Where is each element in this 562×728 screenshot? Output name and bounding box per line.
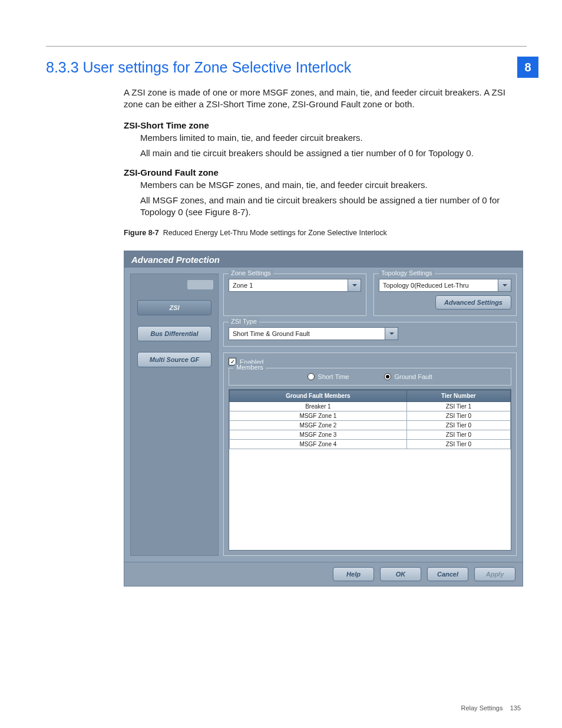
figure-label: Figure 8-7 <box>124 229 159 237</box>
sidebar-mini-tab <box>187 280 213 289</box>
help-button[interactable]: Help <box>333 567 374 581</box>
table-row[interactable]: MSGF Zone 4ZSI Tier 0 <box>230 440 511 449</box>
radio-icon <box>384 373 391 380</box>
col-tier-header: Tier Number <box>406 390 510 402</box>
short-time-p2: All main and tie circuit breakers should… <box>140 147 515 159</box>
col-members-header: Ground Fault Members <box>230 390 407 402</box>
advanced-protection-window: Advanced Protection ZSI Bus Differential… <box>124 251 523 587</box>
ground-fault-p2: All MSGF zones, and main and tie circuit… <box>140 195 515 219</box>
section-heading: 8.3.3 User settings for Zone Selective I… <box>46 59 351 76</box>
members-table-wrap: Ground Fault Members Tier Number Breaker… <box>229 389 511 551</box>
tier-cell: ZSI Tier 0 <box>406 421 510 430</box>
tier-cell: ZSI Tier 0 <box>406 430 510 440</box>
tier-cell: ZSI Tier 0 <box>406 440 510 449</box>
table-row[interactable]: MSGF Zone 3ZSI Tier 0 <box>230 430 511 440</box>
topology-select-value: Topology 0(Reduced Let-Thru <box>379 282 498 289</box>
members-table: Ground Fault Members Tier Number Breaker… <box>229 390 511 449</box>
sidebar: ZSI Bus Differential Multi Source GF <box>130 274 219 556</box>
zone-settings-fieldset: Zone Settings Zone 1 <box>223 274 366 316</box>
sidebar-btn-zsi[interactable]: ZSI <box>137 300 211 315</box>
figure-caption-text: Reduced Energy Let-Thru Mode settings fo… <box>163 229 387 237</box>
radio-icon <box>308 373 315 380</box>
topology-select[interactable]: Topology 0(Reduced Let-Thru <box>379 279 511 292</box>
table-row[interactable]: Breaker 1ZSI Tier 1 <box>230 402 511 411</box>
zsi-type-legend: ZSI Type <box>229 318 259 325</box>
zone-settings-legend: Zone Settings <box>229 269 273 276</box>
members-legend: Members <box>234 364 266 371</box>
lower-panel: ✓ Enabled Members Short Time Ground Faul… <box>223 353 517 556</box>
zone-select-value: Zone 1 <box>229 282 348 289</box>
top-rule <box>46 46 527 47</box>
zone-select[interactable]: Zone 1 <box>229 279 361 292</box>
footer-section: Relay Settings <box>461 704 503 711</box>
member-cell: MSGF Zone 4 <box>230 440 407 449</box>
dialog-button-bar: Help OK Cancel Apply <box>124 562 523 586</box>
radio-short-time[interactable]: Short Time <box>308 373 349 380</box>
short-time-heading: ZSI-Short Time zone <box>124 120 209 130</box>
intro-paragraph: A ZSI zone is made of one or more MSGF z… <box>124 87 515 111</box>
table-row[interactable]: MSGF Zone 1ZSI Tier 0 <box>230 411 511 421</box>
window-title: Advanced Protection <box>124 251 523 268</box>
main-panel: Zone Settings Zone 1 Topology Settings T… <box>223 274 517 556</box>
chevron-down-icon <box>498 279 511 291</box>
topology-settings-legend: Topology Settings <box>379 269 435 276</box>
zsi-type-select[interactable]: Short Time & Ground Fault <box>229 327 398 340</box>
sidebar-btn-multi-source-gf[interactable]: Multi Source GF <box>137 352 211 367</box>
radio-ground-fault-label: Ground Fault <box>394 373 432 380</box>
tier-cell: ZSI Tier 1 <box>406 402 510 411</box>
figure-caption: Figure 8-7 Reduced Energy Let-Thru Mode … <box>124 229 515 237</box>
members-fieldset: Members Short Time Ground Fault <box>229 368 511 386</box>
advanced-settings-button[interactable]: Advanced Settings <box>435 295 511 309</box>
window-body: ZSI Bus Differential Multi Source GF Zon… <box>124 268 523 562</box>
chevron-down-icon <box>385 328 398 340</box>
chevron-down-icon <box>348 279 361 291</box>
radio-ground-fault[interactable]: Ground Fault <box>384 373 432 380</box>
member-cell: MSGF Zone 2 <box>230 421 407 430</box>
chapter-tab: 8 <box>517 57 538 78</box>
member-cell: Breaker 1 <box>230 402 407 411</box>
apply-button[interactable]: Apply <box>474 567 515 581</box>
cancel-button[interactable]: Cancel <box>427 567 468 581</box>
zsi-type-fieldset: ZSI Type Short Time & Ground Fault <box>223 322 517 347</box>
page-footer: Relay Settings 135 <box>461 704 521 711</box>
ok-button[interactable]: OK <box>380 567 421 581</box>
zsi-type-select-value: Short Time & Ground Fault <box>229 330 385 337</box>
topology-settings-fieldset: Topology Settings Topology 0(Reduced Let… <box>373 274 517 316</box>
tier-cell: ZSI Tier 0 <box>406 411 510 421</box>
radio-short-time-label: Short Time <box>318 373 349 380</box>
footer-page-number: 135 <box>510 704 521 711</box>
ground-fault-heading: ZSI-Ground Fault zone <box>124 167 219 177</box>
member-cell: MSGF Zone 3 <box>230 430 407 440</box>
sidebar-btn-bus-differential[interactable]: Bus Differential <box>137 326 211 341</box>
short-time-p1: Members limited to main, tie, and feeder… <box>140 132 515 144</box>
table-row[interactable]: MSGF Zone 2ZSI Tier 0 <box>230 421 511 430</box>
member-cell: MSGF Zone 1 <box>230 411 407 421</box>
ground-fault-p1: Members can be MSGF zones, and main, tie… <box>140 179 515 191</box>
